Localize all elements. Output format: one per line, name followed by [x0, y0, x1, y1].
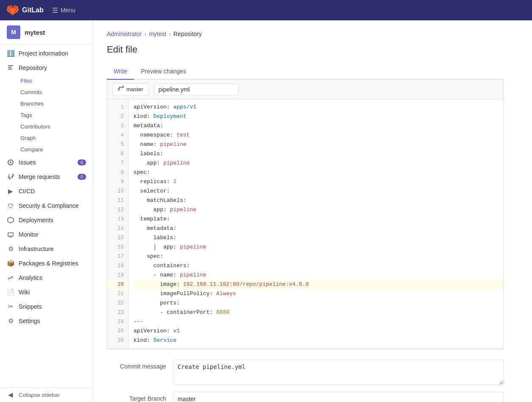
editor-toolbar: master — [107, 80, 503, 99]
code-line-25: apiVersion: v1 — [134, 327, 503, 336]
code-editor[interactable]: 1 2 3 4 5 6 7 8 9 10 11 12 13 14 — [107, 99, 503, 349]
code-line-1: apiVersion: apps/v1 — [134, 103, 503, 112]
line-numbers: 1 2 3 4 5 6 7 8 9 10 11 12 13 14 — [107, 99, 128, 349]
sidebar-item-graph[interactable]: Graph — [14, 132, 93, 144]
ln-9: 9 — [107, 177, 128, 187]
project-avatar: M — [7, 25, 20, 39]
sidebar-item-compare[interactable]: Compare — [14, 144, 93, 155]
ln-2: 2 — [107, 112, 128, 121]
ln-5: 5 — [107, 140, 128, 149]
gitlab-brand-name: GitLab — [22, 6, 44, 14]
ln-6: 6 — [107, 149, 128, 159]
sidebar-item-cicd[interactable]: ▶ CI/CD — [0, 184, 93, 198]
ln-7: 7 — [107, 159, 128, 168]
topbar: GitLab ☰ Menu — [0, 0, 532, 20]
code-line-24: --- — [134, 317, 503, 327]
code-line-13: template: — [134, 215, 503, 224]
ln-25: 25 — [107, 327, 128, 336]
breadcrumb-admin[interactable]: Administrator — [107, 31, 142, 37]
commit-message-label: Commit message — [107, 360, 166, 370]
ln-15: 15 — [107, 233, 128, 243]
ln-24: 24 — [107, 317, 128, 327]
breadcrumb-sep-1: › — [144, 31, 146, 37]
merge-requests-icon — [7, 173, 14, 181]
ln-10: 10 — [107, 187, 128, 196]
menu-icon: ☰ — [52, 6, 58, 14]
code-content[interactable]: apiVersion: apps/v1 kind: Deployment met… — [128, 99, 503, 349]
breadcrumb-project[interactable]: mytest — [149, 31, 166, 37]
breadcrumb: Administrator › mytest › Repository — [107, 31, 504, 37]
snippets-icon: ✂ — [7, 303, 14, 310]
settings-icon: ⚙ — [7, 317, 14, 325]
wiki-icon: 📄 — [7, 288, 14, 296]
menu-button[interactable]: ☰ Menu — [52, 6, 75, 14]
sidebar-item-settings[interactable]: ⚙ Settings — [0, 314, 93, 328]
target-branch-row: Target Branch — [107, 392, 504, 402]
code-line-23: - containerPort: 8080 — [134, 308, 503, 317]
code-line-8: spec: — [134, 168, 503, 177]
target-branch-input[interactable] — [173, 392, 504, 402]
commit-section: Commit message Create pipeline.yml Targe… — [107, 349, 504, 402]
ln-19: 19 — [107, 271, 128, 280]
tab-preview[interactable]: Preview changes — [134, 64, 193, 80]
gitlab-logo-icon — [7, 4, 19, 16]
sidebar-item-deployments[interactable]: Deployments — [0, 213, 93, 227]
sidebar-item-wiki[interactable]: 📄 Wiki — [0, 285, 93, 299]
sidebar-item-packages[interactable]: 📦 Packages & Registries — [0, 256, 93, 271]
ln-12: 12 — [107, 205, 128, 215]
sidebar-item-branches[interactable]: Branches — [14, 98, 93, 109]
ln-1: 1 — [107, 103, 128, 112]
ln-14: 14 — [107, 224, 128, 233]
security-icon: 🛡 — [7, 202, 14, 209]
code-line-26: kind: Service — [134, 336, 503, 345]
infrastructure-icon: ⚙ — [7, 245, 14, 253]
editor-container: master 1 2 3 4 5 6 7 8 9 — [107, 80, 504, 349]
repository-icon — [7, 64, 14, 72]
breadcrumb-sep-2: › — [169, 31, 171, 37]
tab-write[interactable]: Write — [107, 64, 134, 80]
code-line-9: replicas: 2 — [134, 177, 503, 187]
ln-21: 21 — [107, 289, 128, 299]
ln-3: 3 — [107, 121, 128, 131]
sidebar-item-monitor[interactable]: Monitor — [0, 227, 93, 242]
issues-badge: 0 — [78, 159, 86, 165]
sidebar-project-header[interactable]: M mytest — [0, 20, 93, 45]
monitor-icon — [7, 231, 14, 238]
sidebar-item-analytics[interactable]: Analytics — [0, 271, 93, 285]
packages-icon: 📦 — [7, 260, 14, 267]
code-line-10: selector: — [134, 187, 503, 196]
branch-selector[interactable]: master — [112, 83, 149, 95]
issues-icon — [7, 159, 14, 166]
sidebar: M mytest ℹ️ Project information Reposito… — [0, 20, 93, 402]
ln-26: 26 — [107, 336, 128, 345]
deployments-icon — [7, 216, 14, 224]
ln-22: 22 — [107, 299, 128, 308]
ln-8: 8 — [107, 168, 128, 177]
code-line-18: containers: — [134, 261, 503, 271]
code-line-22: ports: — [134, 299, 503, 308]
sidebar-item-merge-requests[interactable]: Merge requests 0 — [0, 170, 93, 184]
code-line-4: namespace: test — [134, 131, 503, 140]
collapse-sidebar-button[interactable]: ◀ Collapse sidebar — [0, 388, 93, 402]
code-line-3: metadata: — [134, 121, 503, 131]
code-line-6: labels: — [134, 149, 503, 159]
sidebar-item-contributors[interactable]: Contributors — [14, 121, 93, 132]
sidebar-item-issues[interactable]: Issues 0 — [0, 155, 93, 170]
sidebar-item-snippets[interactable]: ✂ Snippets — [0, 299, 93, 314]
sidebar-item-project-information[interactable]: ℹ️ Project information — [0, 46, 93, 61]
svg-rect-1 — [8, 67, 11, 68]
code-line-11: matchLabels: — [134, 196, 503, 205]
ln-16: 16 — [107, 243, 128, 252]
sidebar-item-repository[interactable]: Repository — [0, 61, 93, 75]
project-information-icon: ℹ️ — [7, 50, 14, 57]
commit-message-input[interactable]: Create pipeline.yml — [173, 360, 504, 385]
collapse-icon: ◀ — [7, 391, 14, 399]
sidebar-item-security[interactable]: 🛡 Security & Compliance — [0, 198, 93, 213]
sidebar-item-commits[interactable]: Commits — [14, 87, 93, 98]
gitlab-logo-area[interactable]: GitLab — [7, 4, 44, 16]
sidebar-item-tags[interactable]: Tags — [14, 109, 93, 121]
filename-input[interactable] — [154, 84, 239, 95]
sidebar-item-infrastructure[interactable]: ⚙ Infrastructure — [0, 242, 93, 256]
sidebar-item-files[interactable]: Files — [14, 75, 93, 87]
sidebar-nav: ℹ️ Project information Repository Files … — [0, 45, 93, 330]
